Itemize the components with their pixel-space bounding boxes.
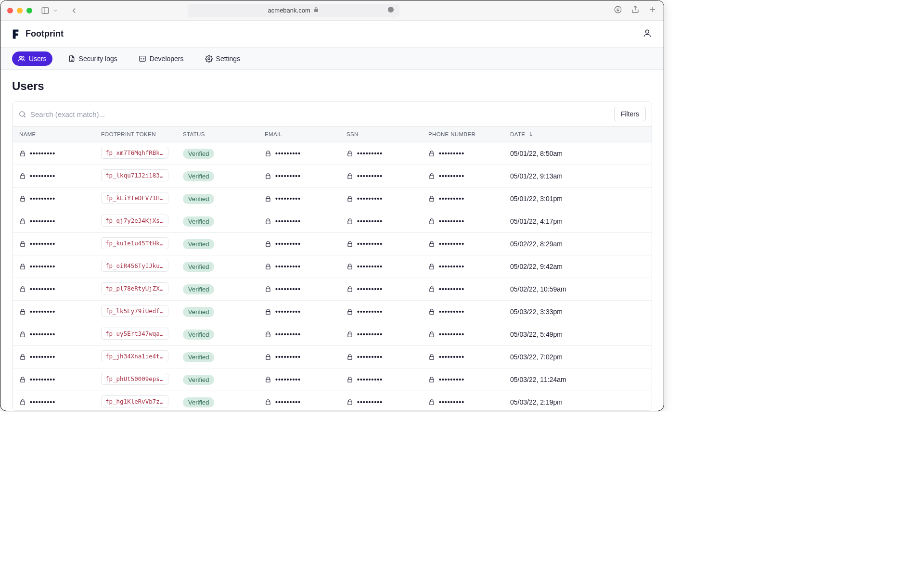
lock-icon (265, 331, 271, 338)
masked-cell: ••••••••• (19, 330, 101, 338)
status-badge: Verified (183, 330, 214, 340)
back-button[interactable] (70, 6, 78, 15)
footprint-token[interactable]: fp_jh34Xna1ie4t... (101, 350, 168, 362)
lock-icon (346, 195, 353, 202)
account-icon[interactable] (642, 28, 652, 40)
lock-icon (265, 195, 271, 202)
tab-developers[interactable]: Developers (133, 51, 190, 66)
col-name[interactable]: NAME (19, 131, 101, 137)
lock-icon (428, 150, 435, 157)
masked-value: ••••••••• (275, 263, 301, 270)
footprint-token[interactable]: fp_ku1e1u45TtHk... (101, 237, 168, 249)
table-row[interactable]: ••••••••• fp_pl78eRtyUjZX... Verified ••… (13, 278, 652, 301)
search-icon (18, 110, 26, 118)
svg-point-14 (208, 58, 210, 60)
status-cell: Verified (183, 262, 265, 272)
url-bar[interactable]: acmebank.com (188, 4, 399, 17)
masked-cell: ••••••••• (265, 376, 346, 383)
table-row[interactable]: ••••••••• fp_qj7y2e34KjXs... Verified ••… (13, 210, 652, 233)
search-input[interactable] (30, 110, 609, 118)
browser-window: acmebank.com Footprint (0, 0, 664, 411)
downloads-icon[interactable] (614, 5, 622, 16)
status-badge: Verified (183, 262, 214, 272)
table-row[interactable]: ••••••••• fp_lkqu71J2i183... Verified ••… (13, 165, 652, 188)
col-date[interactable]: DATE (510, 131, 645, 137)
footprint-token[interactable]: fp_uy5Ert347wqa... (101, 328, 168, 340)
table-row[interactable]: ••••••••• fp_lk5Ey79iUedf... Verified ••… (13, 301, 652, 323)
table-row[interactable]: ••••••••• fp_uy5Ert347wqa... Verified ••… (13, 323, 652, 346)
token-cell: fp_lk5Ey79iUedf... (101, 305, 183, 318)
token-cell: fp_oiR456TyIJku... (101, 260, 183, 273)
status-badge: Verified (183, 171, 214, 181)
masked-value: ••••••••• (439, 285, 464, 293)
filters-button[interactable]: Filters (614, 107, 646, 121)
masked-cell: ••••••••• (19, 150, 101, 157)
token-cell: fp_uy5Ert347wqa... (101, 328, 183, 341)
lock-icon (19, 263, 26, 270)
search-field[interactable] (18, 110, 609, 118)
status-cell: Verified (183, 171, 265, 181)
table-row[interactable]: ••••••••• fp_kLiYTeDFV71H... Verified ••… (13, 188, 652, 210)
token-cell: fp_xm7T6MqhfRBk... (101, 147, 183, 160)
masked-cell: ••••••••• (19, 195, 101, 203)
footprint-token[interactable]: fp_oiR456TyIJku... (101, 260, 168, 272)
footprint-token[interactable]: fp_qj7y2e34KjXs... (101, 215, 168, 227)
table-row[interactable]: ••••••••• fp_xm7T6MqhfRBk... Verified ••… (13, 142, 652, 165)
close-window[interactable] (7, 8, 13, 13)
new-tab-icon[interactable] (648, 5, 657, 16)
masked-value: ••••••••• (275, 195, 301, 203)
token-cell: fp_kLiYTeDFV71H... (101, 192, 183, 205)
file-icon (68, 55, 76, 63)
col-token[interactable]: FOOTPRINT TOKEN (101, 131, 183, 137)
table-row[interactable]: ••••••••• fp_jh34Xna1ie4t... Verified ••… (13, 346, 652, 368)
lock-icon (346, 173, 353, 179)
table-row[interactable]: ••••••••• fp_hg1KleRvVb7z... Verified ••… (13, 391, 652, 410)
svg-point-8 (646, 30, 649, 33)
users-table-card: Filters NAME FOOTPRINT TOKEN STATUS EMAI… (12, 102, 652, 411)
masked-value: ••••••••• (275, 308, 301, 316)
tab-settings-label: Settings (216, 55, 241, 63)
status-badge: Verified (183, 397, 214, 407)
masked-cell: ••••••••• (265, 195, 346, 203)
svg-point-9 (20, 56, 22, 59)
token-cell: fp_phUt50009eps... (101, 373, 183, 386)
status-badge: Verified (183, 216, 214, 227)
minimize-window[interactable] (17, 8, 23, 13)
brand[interactable]: Footprint (12, 29, 64, 39)
table-row[interactable]: ••••••••• fp_phUt50009eps... Verified ••… (13, 368, 652, 391)
footprint-token[interactable]: fp_lkqu71J2i183... (101, 169, 168, 181)
status-cell: Verified (183, 397, 265, 407)
footprint-token[interactable]: fp_phUt50009eps... (101, 373, 168, 385)
col-ssn[interactable]: SSN (346, 131, 428, 137)
footprint-token[interactable]: fp_xm7T6MqhfRBk... (101, 147, 168, 159)
masked-value: ••••••••• (275, 217, 301, 225)
maximize-window[interactable] (26, 8, 32, 13)
tab-settings[interactable]: Settings (199, 51, 246, 66)
lock-icon (428, 173, 435, 179)
footprint-token[interactable]: fp_hg1KleRvVb7z... (101, 395, 168, 407)
tab-security-logs[interactable]: Security logs (62, 51, 123, 66)
sidebar-toggle-icon[interactable] (41, 6, 50, 15)
col-status[interactable]: STATUS (183, 131, 265, 137)
chevron-down-icon[interactable] (52, 8, 58, 13)
tab-users[interactable]: Users (12, 51, 52, 66)
sort-desc-icon (528, 131, 534, 137)
footprint-token[interactable]: fp_pl78eRtyUjZX... (101, 282, 168, 294)
table-row[interactable]: ••••••••• fp_ku1e1u45TtHk... Verified ••… (13, 233, 652, 255)
footprint-token[interactable]: fp_kLiYTeDFV71H... (101, 192, 168, 204)
reader-icon[interactable] (387, 6, 395, 15)
date-cell: 05/02/22, 8:29am (510, 240, 645, 248)
table-row[interactable]: ••••••••• fp_oiR456TyIJku... Verified ••… (13, 255, 652, 278)
date-cell: 05/01/22, 4:17pm (510, 217, 645, 225)
col-email[interactable]: EMAIL (265, 131, 346, 137)
masked-cell: ••••••••• (265, 353, 346, 361)
share-icon[interactable] (631, 5, 640, 16)
masked-value: ••••••••• (275, 150, 301, 157)
col-phone[interactable]: PHONE NUMBER (428, 131, 510, 137)
masked-value: ••••••••• (30, 398, 55, 406)
tab-developers-label: Developers (150, 55, 184, 63)
lock-icon (346, 263, 353, 270)
footprint-token[interactable]: fp_lk5Ey79iUedf... (101, 305, 168, 317)
masked-cell: ••••••••• (428, 195, 510, 203)
masked-value: ••••••••• (357, 285, 383, 293)
